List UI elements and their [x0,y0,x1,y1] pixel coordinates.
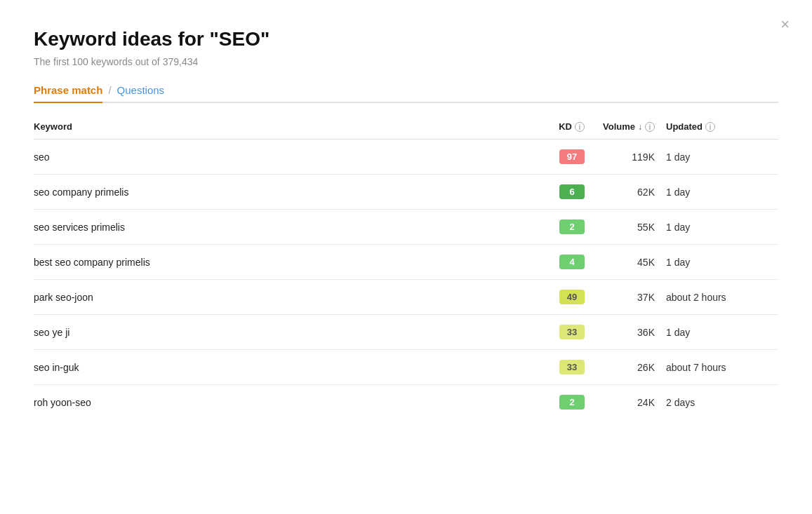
keywords-table: Keyword KD i Volume ↓ i [34,114,778,419]
kd-badge: 49 [559,290,585,304]
keyword-cell: seo ye ji [34,315,533,350]
tab-bar: Phrase match / Questions [34,84,778,103]
updated-cell: 1 day [666,245,778,280]
volume-cell: 24K [596,385,666,420]
updated-cell: about 7 hours [666,350,778,385]
kd-badge: 4 [559,255,585,269]
volume-cell: 55K [596,210,666,245]
updated-cell: 1 day [666,210,778,245]
updated-cell: 1 day [666,140,778,175]
volume-info-icon[interactable]: i [645,122,655,132]
updated-cell: 1 day [666,175,778,210]
keyword-cell: seo [34,140,533,175]
kd-badge: 97 [559,149,585,164]
close-button[interactable]: × [780,17,790,32]
col-header-keyword: Keyword [34,114,533,140]
volume-sort-icon[interactable]: ↓ [638,122,642,132]
updated-cell: about 2 hours [666,280,778,315]
table-header-row: Keyword KD i Volume ↓ i [34,114,778,140]
tab-questions[interactable]: Questions [117,84,165,102]
kd-cell: 33 [533,315,596,350]
kd-info-icon[interactable]: i [575,122,585,132]
table-row: roh yoon-seo 2 24K 2 days [34,385,778,420]
keyword-cell: seo company primelis [34,175,533,210]
kd-badge: 2 [559,395,585,410]
volume-cell: 36K [596,315,666,350]
volume-cell: 37K [596,280,666,315]
kd-badge: 33 [559,325,585,339]
keyword-ideas-modal: × Keyword ideas for "SEO" The first 100 … [0,0,812,514]
kd-badge: 33 [559,360,585,374]
table-row: seo in-guk 33 26K about 7 hours [34,350,778,385]
updated-cell: 2 days [666,385,778,420]
keyword-cell: seo in-guk [34,350,533,385]
col-header-kd: KD i [533,114,596,140]
kd-cell: 97 [533,140,596,175]
kd-cell: 33 [533,350,596,385]
tab-phrase-match[interactable]: Phrase match [34,84,102,103]
kd-cell: 4 [533,245,596,280]
volume-cell: 62K [596,175,666,210]
kd-cell: 2 [533,210,596,245]
updated-cell: 1 day [666,315,778,350]
table-row: park seo-joon 49 37K about 2 hours [34,280,778,315]
table-row: seo 97 119K 1 day [34,140,778,175]
modal-subtitle: The first 100 keywords out of 379,434 [34,56,778,67]
keyword-cell: best seo company primelis [34,245,533,280]
kd-badge: 6 [559,184,585,199]
modal-title: Keyword ideas for "SEO" [34,28,778,50]
kd-cell: 6 [533,175,596,210]
keyword-cell: seo services primelis [34,210,533,245]
table-row: seo services primelis 2 55K 1 day [34,210,778,245]
keyword-cell: roh yoon-seo [34,385,533,420]
kd-cell: 2 [533,385,596,420]
keyword-cell: park seo-joon [34,280,533,315]
col-header-updated: Updated i [666,114,778,140]
kd-badge: 2 [559,219,585,234]
updated-info-icon[interactable]: i [705,122,715,132]
table-body: seo 97 119K 1 day seo company primelis 6… [34,140,778,420]
col-header-volume: Volume ↓ i [596,114,666,140]
volume-cell: 119K [596,140,666,175]
tab-divider: / [108,84,111,102]
table-row: best seo company primelis 4 45K 1 day [34,245,778,280]
volume-cell: 45K [596,245,666,280]
volume-cell: 26K [596,350,666,385]
table-row: seo ye ji 33 36K 1 day [34,315,778,350]
kd-cell: 49 [533,280,596,315]
table-row: seo company primelis 6 62K 1 day [34,175,778,210]
